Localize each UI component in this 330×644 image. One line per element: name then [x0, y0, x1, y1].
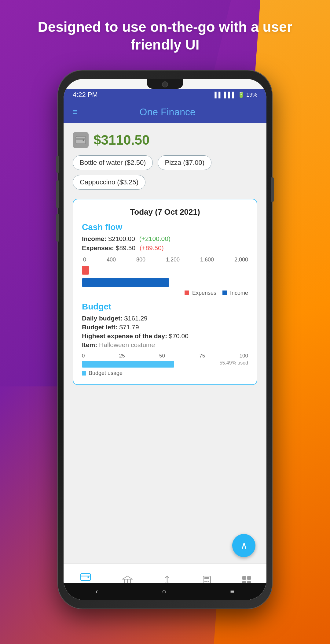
signal-icon: ▌▌	[215, 92, 222, 98]
phone-shell: 4:22 PM ▌▌ ▌▌▌ 🔋 19% ≡ One Finance	[58, 70, 272, 609]
budget-bar	[82, 361, 174, 368]
legend-income: Income	[230, 290, 248, 296]
back-button[interactable]: ‹	[96, 587, 98, 596]
budget-legend-label: Budget usage	[89, 370, 123, 376]
header-tagline: Designed to use on-the-go with a user fr…	[0, 18, 330, 54]
legend-expenses: Expenses	[192, 290, 216, 296]
budget-title: Budget	[82, 302, 248, 312]
volume-up-button	[56, 156, 59, 173]
status-bar: 4:22 PM ▌▌ ▌▌▌ 🔋 19%	[64, 89, 266, 101]
balance-row: $3110.50	[73, 132, 257, 148]
chip-water[interactable]: Bottle of water ($2.50)	[73, 155, 153, 170]
daily-budget-stat: Daily budget: $161.29	[82, 315, 248, 322]
fab-scroll-up[interactable]: ∧	[232, 534, 255, 557]
budget-pct: 55.49% used	[220, 360, 248, 366]
budget-section: Budget Daily budget: $161.29 Budget left…	[82, 302, 248, 376]
income-change: (+2100.00)	[139, 235, 170, 242]
chip-pizza[interactable]: Pizza ($7.00)	[158, 155, 211, 170]
budget-chart: 0255075100 55.49% used Budget usage	[82, 353, 248, 376]
budget-axis: 0255075100	[82, 353, 248, 359]
cashflow-legend: Expenses Income	[82, 290, 248, 296]
phone-device: 4:22 PM ▌▌ ▌▌▌ 🔋 19% ≡ One Finance	[58, 70, 272, 609]
signal-icon-2: ▌▌▌	[224, 92, 236, 98]
expenses-change: (+89.50)	[140, 244, 164, 251]
svg-point-14	[204, 581, 206, 582]
svg-marker-6	[123, 576, 132, 579]
battery-icon: 🔋	[238, 91, 244, 98]
app-title: One Finance	[78, 106, 257, 118]
expenses-bar	[82, 266, 89, 275]
content-area: $3110.50 Bottle of water ($2.50) Pizza (…	[64, 123, 266, 563]
recents-button[interactable]: ≡	[230, 587, 234, 596]
battery-pct: 19%	[246, 92, 257, 98]
status-time: 4:22 PM	[73, 91, 215, 99]
svg-rect-5	[87, 576, 89, 578]
home-button[interactable]: ○	[162, 587, 167, 596]
cashflow-chart: 04008001,2001,6002,000 Expenses	[82, 257, 248, 296]
svg-rect-13	[204, 577, 209, 579]
highest-expense-stat: Highest expense of the day: $70.00	[82, 332, 248, 340]
balance-amount: $3110.50	[94, 132, 150, 148]
cashflow-axis: 04008001,2001,6002,000	[82, 257, 248, 263]
android-nav-bar: ‹ ○ ≡	[64, 583, 266, 600]
cashflow-title: Cash flow	[82, 222, 248, 232]
volume-down-button	[56, 180, 59, 208]
income-stat: Income: $2100.00 (+2100.00)	[82, 235, 248, 242]
expenses-stat: Expenses: $89.50 (+89.50)	[82, 244, 248, 252]
phone-screen: 4:22 PM ▌▌ ▌▌▌ 🔋 19% ≡ One Finance	[64, 79, 266, 600]
hamburger-menu[interactable]: ≡	[73, 108, 78, 116]
status-icons: ▌▌ ▌▌▌ 🔋 19%	[215, 91, 257, 98]
svg-point-16	[208, 581, 209, 582]
silent-button	[56, 214, 59, 242]
svg-rect-21	[247, 576, 251, 580]
svg-rect-20	[242, 576, 246, 580]
income-bar-row	[82, 278, 248, 287]
budget-left-stat: Budget left: $71.79	[82, 324, 248, 331]
power-button	[271, 177, 274, 202]
svg-rect-2	[82, 139, 84, 141]
finance-card: Today (7 Oct 2021) Cash flow Income: $21…	[73, 199, 257, 385]
chip-cappuccino[interactable]: Cappuccino ($3.25)	[73, 175, 145, 190]
card-date: Today (7 Oct 2021)	[82, 207, 248, 217]
app-bar: ≡ One Finance	[64, 101, 266, 123]
expenses-bar-row	[82, 265, 248, 275]
item-stat: Item: Halloween costume	[82, 341, 248, 349]
notch	[147, 79, 183, 89]
svg-point-15	[206, 581, 207, 582]
wallet-icon	[73, 132, 89, 148]
budget-bar-row: 55.49% used	[82, 361, 248, 368]
budget-legend: Budget usage	[82, 370, 248, 376]
quick-expense-chips: Bottle of water ($2.50) Pizza ($7.00) Ca…	[73, 155, 257, 190]
income-bar	[82, 278, 169, 287]
